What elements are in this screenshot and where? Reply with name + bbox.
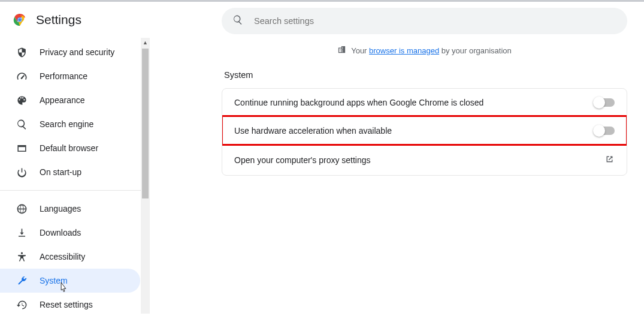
main-content: Your browser is managed by your organisa…: [150, 2, 644, 319]
managed-link[interactable]: browser is managed: [369, 46, 439, 55]
search-input[interactable]: [254, 16, 616, 26]
section-title: System: [222, 70, 627, 80]
scrollbar-thumb[interactable]: [142, 49, 149, 198]
shield-icon: [16, 46, 28, 58]
managed-prefix: Your: [351, 46, 369, 55]
sidebar-item-downloads[interactable]: Downloads: [0, 221, 140, 245]
system-card: Continue running background apps when Go…: [222, 88, 627, 176]
sidebar-scrollbar[interactable]: ▲: [141, 38, 150, 314]
sidebar-item-reset[interactable]: Reset settings: [0, 293, 140, 317]
sidebar-item-label: Privacy and security: [40, 47, 114, 57]
speedometer-icon: [16, 70, 28, 82]
restore-icon: [16, 299, 28, 311]
accessibility-icon: [16, 251, 28, 263]
browser-icon: [16, 142, 28, 154]
sidebar-item-accessibility[interactable]: Accessibility: [0, 245, 140, 269]
sidebar-item-default-browser[interactable]: Default browser: [0, 136, 140, 160]
setting-label: Continue running background apps when Go…: [234, 98, 483, 107]
sidebar-item-label: On start-up: [40, 167, 81, 177]
building-icon: [337, 45, 346, 56]
setting-label: Open your computer's proxy settings: [234, 155, 371, 165]
sidebar: Settings Privacy and security Performanc…: [0, 2, 150, 319]
page-title: Settings: [36, 13, 81, 27]
palette-icon: [16, 94, 28, 106]
external-link-icon: [604, 154, 615, 166]
sidebar-item-label: Performance: [40, 71, 87, 81]
setting-background-apps[interactable]: Continue running background apps when Go…: [222, 89, 627, 116]
sidebar-item-label: Accessibility: [40, 252, 85, 261]
sidebar-item-languages[interactable]: Languages: [0, 197, 140, 221]
nav-group-1: Privacy and security Performance Appeara…: [0, 40, 150, 184]
sidebar-item-startup[interactable]: On start-up: [0, 160, 140, 184]
download-icon: [16, 227, 28, 239]
search-icon: [232, 14, 243, 28]
managed-suffix: by your organisation: [439, 46, 512, 55]
sidebar-item-system[interactable]: System: [0, 269, 140, 293]
power-icon: [16, 166, 28, 178]
globe-icon: [16, 203, 28, 215]
toggle-off[interactable]: [594, 127, 615, 135]
sidebar-item-search-engine[interactable]: Search engine: [0, 112, 140, 136]
sidebar-item-privacy[interactable]: Privacy and security: [0, 40, 140, 64]
sidebar-header: Settings: [0, 13, 150, 27]
chrome-logo-icon: [13, 13, 26, 26]
sidebar-item-label: System: [40, 276, 68, 285]
sidebar-item-label: Appearance: [40, 95, 85, 105]
sidebar-item-label: Languages: [40, 204, 81, 213]
nav-group-2: Languages Downloads Accessibility System…: [0, 197, 150, 317]
sidebar-item-label: Search engine: [40, 119, 93, 129]
sidebar-item-performance[interactable]: Performance: [0, 64, 140, 88]
setting-label: Use hardware acceleration when available: [234, 126, 392, 136]
svg-point-3: [18, 18, 22, 22]
sidebar-item-label: Reset settings: [40, 300, 93, 309]
setting-proxy[interactable]: Open your computer's proxy settings: [222, 145, 627, 175]
scrollbar-up-icon[interactable]: ▲: [141, 38, 150, 47]
managed-notice: Your browser is managed by your organisa…: [222, 45, 627, 56]
sidebar-item-label: Default browser: [40, 143, 98, 153]
wrench-icon: [16, 275, 28, 287]
sidebar-item-label: Downloads: [40, 228, 81, 237]
sidebar-item-appearance[interactable]: Appearance: [0, 88, 140, 112]
search-bar[interactable]: [222, 8, 627, 34]
nav-divider: [0, 190, 150, 191]
setting-hardware-acceleration[interactable]: Use hardware acceleration when available: [222, 116, 627, 145]
search-icon: [16, 118, 28, 130]
toggle-off[interactable]: [594, 98, 615, 107]
